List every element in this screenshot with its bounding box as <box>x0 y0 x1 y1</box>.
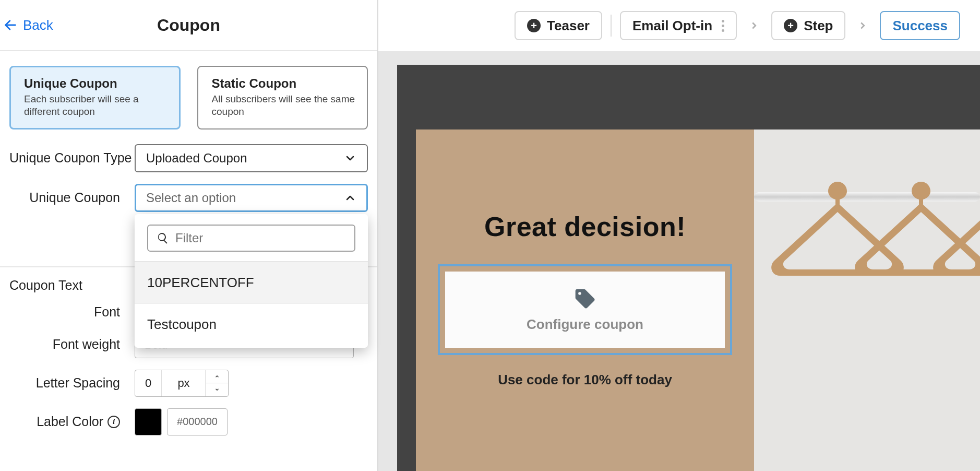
chevron-right-icon <box>854 17 871 34</box>
coupon-dropdown: 10PERCENTOFF Testcoupon <box>135 214 368 348</box>
coupon-text-label: Coupon Text <box>9 278 82 293</box>
color-swatch[interactable] <box>135 408 162 435</box>
color-hex-input[interactable]: #000000 <box>167 408 228 435</box>
mode-card-static[interactable]: Static Coupon All subscribers will see t… <box>197 66 368 129</box>
tag-icon <box>573 287 596 310</box>
letter-spacing-label: Letter Spacing <box>9 375 135 391</box>
stepper-up[interactable] <box>206 370 228 384</box>
background-photo <box>754 129 980 471</box>
mode-card-title: Unique Coupon <box>24 76 168 91</box>
mode-card-desc: Each subscriber will see a different cou… <box>24 93 168 118</box>
step-label: Teaser <box>547 18 590 34</box>
letter-spacing-stepper[interactable]: 0 px <box>135 370 229 397</box>
preview-subtext: Use code for 10% off today <box>438 372 732 388</box>
font-label: Font <box>9 304 135 320</box>
divider <box>611 15 612 37</box>
dropdown-option[interactable]: Testcoupon <box>135 304 368 346</box>
canvas: Great decision! Configure coupon Use cod… <box>378 51 980 471</box>
chevron-right-icon <box>745 17 763 34</box>
back-button[interactable]: Back <box>3 17 53 33</box>
select-value: Uploaded Coupon <box>146 151 247 166</box>
hanger-icon <box>926 182 980 338</box>
preview-headline: Great decision! <box>438 211 732 242</box>
coupon-select-section: Unique Coupon Type Uploaded Coupon Uniqu… <box>0 144 377 267</box>
mode-card-unique[interactable]: Unique Coupon Each subscriber will see a… <box>9 66 181 129</box>
unique-coupon-type-label: Unique Coupon Type <box>9 149 135 167</box>
coupon-slot-selected[interactable]: Configure coupon <box>438 264 732 355</box>
back-label: Back <box>23 17 53 33</box>
mode-card-title: Static Coupon <box>212 76 356 91</box>
page-title: Coupon <box>157 16 220 35</box>
step-email-optin[interactable]: Email Opt-in <box>620 11 737 40</box>
info-icon[interactable]: i <box>107 416 120 428</box>
select-placeholder: Select an option <box>146 191 236 205</box>
step-label: Email Opt-in <box>632 18 712 34</box>
stepper-value: 0 <box>135 370 161 396</box>
plus-circle-icon: + <box>784 19 797 32</box>
font-weight-label: Font weight <box>9 337 135 352</box>
step-add-step[interactable]: + Step <box>771 11 845 40</box>
unique-coupon-type-select[interactable]: Uploaded Coupon <box>135 144 368 172</box>
label-color-label: Label Color i <box>9 414 135 429</box>
step-label: Step <box>804 18 833 34</box>
preview-frame: Great decision! Configure coupon Use cod… <box>397 65 980 471</box>
dropdown-option[interactable]: 10PERCENTOFF <box>135 262 368 304</box>
unique-coupon-label: Unique Coupon <box>9 189 135 207</box>
step-teaser[interactable]: + Teaser <box>515 11 602 40</box>
step-bar: + Teaser Email Opt-in + Step Success <box>378 0 980 51</box>
search-icon <box>157 232 169 244</box>
chevron-down-icon <box>344 152 356 164</box>
preview-popup: Great decision! Configure coupon Use cod… <box>416 129 754 471</box>
dropdown-filter-input[interactable] <box>147 225 355 252</box>
coupon-mode-section: Unique Coupon Each subscriber will see a… <box>0 51 377 144</box>
unique-coupon-select[interactable]: Select an option <box>135 184 368 212</box>
mode-card-desc: All subscribers will see the same coupon <box>212 93 356 118</box>
kebab-icon[interactable] <box>719 20 724 32</box>
filter-field[interactable] <box>175 231 346 245</box>
configure-coupon-label: Configure coupon <box>527 316 643 333</box>
arrow-left-icon <box>3 18 18 32</box>
chevron-up-icon <box>344 192 356 204</box>
panel-header: Back Coupon <box>0 0 377 51</box>
step-success[interactable]: Success <box>880 11 960 40</box>
settings-panel: Back Coupon Unique Coupon Each subscribe… <box>0 0 378 471</box>
step-label: Success <box>892 18 948 34</box>
stepper-unit: px <box>161 370 206 396</box>
plus-circle-icon: + <box>527 19 541 32</box>
preview-panel: + Teaser Email Opt-in + Step Success <box>378 0 980 471</box>
stepper-down[interactable] <box>206 383 228 396</box>
